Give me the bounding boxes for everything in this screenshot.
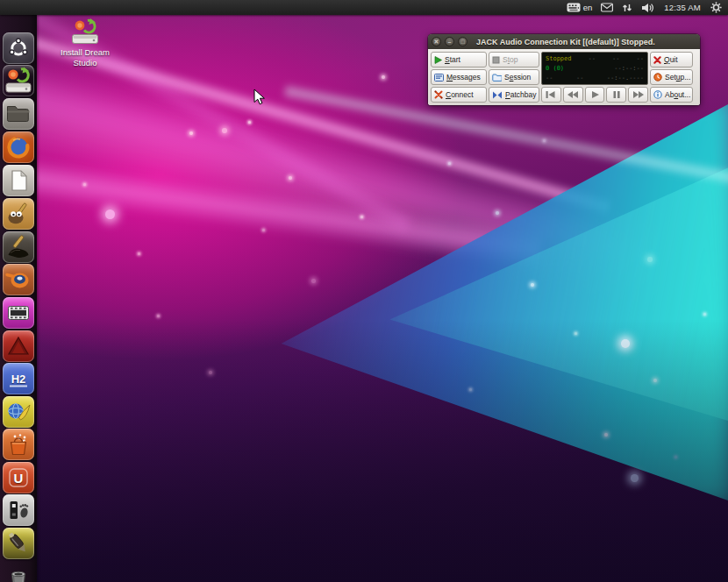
display-dash: --	[589, 54, 596, 63]
launcher-item-video-editor[interactable]	[3, 297, 34, 329]
launcher-item-software-center[interactable]	[3, 429, 34, 460]
play-icon	[434, 56, 442, 64]
connect-button-label: Connect	[446, 90, 474, 99]
info-icon	[653, 90, 662, 99]
volume-indicator[interactable]	[641, 3, 654, 13]
close-icon[interactable]: ✕	[432, 37, 441, 46]
launcher-item-blender[interactable]	[3, 264, 34, 295]
stop-icon	[492, 56, 500, 64]
ardour-icon	[3, 330, 34, 362]
launcher-item-dash-home[interactable]	[3, 32, 34, 64]
gear-icon	[710, 2, 722, 13]
transport-play-button[interactable]	[585, 87, 605, 103]
start-button[interactable]: Start	[431, 52, 487, 67]
session-menu[interactable]	[710, 2, 722, 13]
transport-controls	[541, 87, 648, 103]
network-indicator[interactable]	[622, 3, 632, 13]
sparkle	[189, 131, 193, 135]
jack-window-body: Start Stop Stopped -- -- -- 0 (0) --:--:…	[428, 49, 700, 105]
display-time: --:--.----	[607, 74, 644, 82]
server-status: Stopped	[546, 54, 572, 63]
jack-titlebar[interactable]: ✕ – □ JACK Audio Connection Kit [(defaul…	[428, 34, 700, 49]
session-button-label: Session	[504, 73, 531, 82]
sparkle	[105, 209, 115, 219]
display-time: --:--:--	[614, 64, 644, 73]
launcher-item-ubuntu-one[interactable]: U	[3, 462, 34, 493]
transport-pause-button[interactable]	[606, 87, 626, 103]
sparkle	[543, 139, 546, 142]
launcher-item-gimp[interactable]	[3, 198, 34, 230]
hydrogen-icon	[3, 363, 34, 394]
messages-button[interactable]: Messages	[431, 69, 487, 85]
connect-button[interactable]: Connect	[431, 87, 487, 103]
quit-button[interactable]: Quit	[650, 52, 693, 67]
messages-icon	[434, 74, 444, 82]
keyboard-icon	[567, 3, 581, 12]
desktop-icon-label: Install Dream Studio	[51, 47, 119, 68]
sparkle	[448, 162, 451, 165]
sparkle	[311, 279, 316, 283]
patchbay-icon	[492, 91, 503, 99]
sparkle	[631, 474, 639, 482]
blender-icon	[3, 264, 34, 295]
stop-button[interactable]: Stop	[489, 52, 539, 67]
pause-icon	[610, 90, 623, 99]
quit-x-icon	[653, 56, 661, 64]
speaker-icon	[641, 3, 654, 13]
setup-button[interactable]: Setup...	[650, 69, 693, 85]
startup-settings-icon	[3, 494, 34, 526]
folder-icon	[3, 98, 34, 130]
shopping-bag-icon	[3, 429, 34, 460]
launcher-item-ardour[interactable]	[3, 330, 34, 362]
sparkle	[262, 229, 265, 231]
launcher-item-dream-studio-installer[interactable]	[3, 65, 34, 96]
display-dash: --	[546, 74, 553, 82]
keyboard-indicator[interactable]: en	[567, 3, 593, 12]
setup-button-label: Setup...	[665, 73, 690, 82]
globe-feather-icon	[3, 396, 34, 428]
display-dash: --	[576, 74, 583, 82]
network-arrows-icon	[622, 3, 632, 13]
launcher-item-firefox[interactable]	[3, 131, 34, 163]
pen-icon	[3, 528, 34, 559]
launcher-item-file-manager[interactable]	[3, 98, 34, 130]
patchbay-button[interactable]: Patchbay	[489, 87, 539, 103]
gimp-wilber-icon	[3, 198, 34, 230]
about-button[interactable]: About...	[650, 87, 693, 103]
transport-rewind-button[interactable]	[563, 87, 583, 103]
about-button-label: About...	[665, 90, 690, 99]
messages-button-label: Messages	[446, 73, 481, 82]
clock[interactable]: 12:35 AM	[664, 3, 701, 12]
display-dash: --	[637, 54, 644, 63]
sparkle	[360, 216, 363, 218]
patchbay-button-label: Patchbay	[505, 90, 536, 99]
skip-start-icon	[545, 90, 557, 99]
desktop-icon-install-dream-studio[interactable]: Install Dream Studio	[51, 18, 119, 68]
rewind-icon	[567, 90, 579, 99]
transport-skip-start-button[interactable]	[541, 87, 561, 103]
sparkle	[157, 315, 160, 317]
minimize-icon[interactable]: –	[445, 37, 454, 46]
ink-brush-icon	[3, 231, 34, 263]
connect-icon	[434, 90, 443, 99]
launcher-item-pen-tool[interactable]	[3, 528, 34, 559]
fast-forward-icon	[632, 90, 645, 99]
maximize-icon[interactable]: □	[458, 37, 467, 46]
session-button[interactable]: Session	[489, 69, 539, 85]
jack-window: ✕ – □ JACK Audio Connection Kit [(defaul…	[428, 34, 700, 105]
launcher-item-trash[interactable]	[3, 564, 34, 582]
unity-launcher: H2 U	[0, 15, 37, 582]
mail-indicator[interactable]	[601, 3, 613, 12]
launcher-item-startup-settings[interactable]	[3, 494, 34, 526]
start-button-label: Start	[445, 55, 460, 64]
ubuntu-logo-icon	[3, 32, 34, 64]
launcher-item-hydrogen[interactable]: H2	[3, 363, 34, 394]
play-icon	[589, 90, 601, 99]
sparkle	[222, 128, 227, 133]
transport-fast-forward-button[interactable]	[628, 87, 648, 103]
session-folder-icon	[492, 74, 502, 82]
launcher-item-libreoffice[interactable]	[3, 165, 34, 196]
launcher-item-web-editor[interactable]	[3, 396, 34, 428]
sparkle	[496, 211, 499, 215]
launcher-item-paint-tool[interactable]	[3, 231, 34, 263]
